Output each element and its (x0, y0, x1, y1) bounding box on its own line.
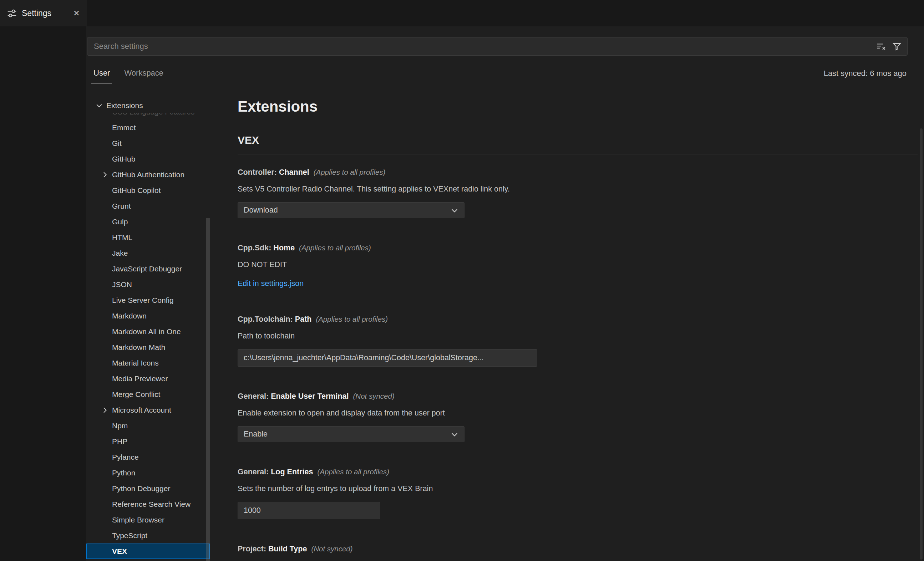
toc-item-label: TypeScript (112, 531, 147, 540)
toc-item-git[interactable]: Git (86, 135, 210, 151)
setting-category: Cpp.Sdk: (238, 244, 271, 252)
toc-item-label: HTML (112, 233, 132, 242)
toc-item-label: Grunt (112, 202, 131, 210)
toc-item-label: Material Icons (112, 359, 159, 368)
filter-icon[interactable] (892, 42, 902, 51)
tab-user[interactable]: User (92, 63, 112, 84)
toc-root-label: Extensions (106, 101, 143, 110)
toc-item-label: Emmet (112, 123, 136, 132)
setting-description: Sets V5 Controller Radio Channel. This s… (238, 183, 918, 195)
toc-item-label: GitHub (112, 155, 135, 164)
setting-dropdown[interactable]: Download (238, 202, 465, 218)
setting-build-type: Project:Build Type(Not synced) (238, 543, 918, 555)
setting-name: Path (295, 315, 312, 324)
setting-input-field[interactable] (243, 353, 532, 363)
toc-item-label: Gulp (112, 218, 128, 226)
toc-item-jake[interactable]: Jake (86, 245, 210, 261)
toc-item-label: Markdown (112, 312, 147, 320)
setting-title: General:Enable User Terminal(Not synced) (238, 390, 918, 402)
toc-item-python[interactable]: Python (86, 465, 210, 481)
toc-item-pylance[interactable]: Pylance (86, 449, 210, 465)
search-input[interactable] (93, 41, 876, 51)
toc-item-simple-browser[interactable]: Simple Browser (86, 512, 210, 528)
chevron-down-icon (451, 207, 458, 214)
setting-name: Channel (279, 168, 309, 177)
chevron-right-icon[interactable] (101, 171, 108, 178)
dropdown-value: Enable (244, 430, 268, 439)
setting-control: Edit in settings.json (238, 278, 918, 290)
toc-item-vex[interactable]: VEX (86, 543, 210, 559)
toc-item-microsoft-account[interactable]: Microsoft Account (86, 402, 210, 418)
editor-scrollbar-thumb[interactable] (920, 128, 922, 560)
tab-settings[interactable]: Settings ✕ (0, 0, 87, 26)
setting-text-input[interactable] (238, 502, 380, 519)
toc-scrollbar-thumb[interactable] (206, 218, 210, 561)
setting-description: Enable extension to open and display dat… (238, 407, 918, 419)
setting-category: Controller: (238, 168, 277, 177)
toc-item-label: Markdown Math (112, 343, 165, 352)
setting-category: General: (238, 468, 268, 476)
setting-scope-note: (Applies to all profiles) (318, 468, 390, 476)
setting-name: Build Type (268, 544, 307, 553)
toc-item-emmet[interactable]: Emmet (86, 120, 210, 135)
settings-list: Controller:Channel(Applies to all profil… (238, 166, 918, 555)
setting-category: General: (238, 392, 268, 400)
toc-item-label: Markdown All in One (112, 327, 181, 336)
setting-control: Download (238, 202, 918, 218)
setting-scope-note: (Not synced) (353, 392, 394, 400)
toc-item-gulp[interactable]: Gulp (86, 214, 210, 230)
toc-item-grunt[interactable]: Grunt (86, 198, 210, 214)
toc-item-media-previewer[interactable]: Media Previewer (86, 371, 210, 387)
toc-item-label: JSON (112, 280, 132, 289)
toc-item-github-authentication[interactable]: GitHub Authentication (86, 167, 210, 183)
content-top-divider (238, 126, 918, 126)
toc-item-label: Python (112, 469, 135, 477)
toc-item-merge-conflict[interactable]: Merge Conflict (86, 387, 210, 402)
toc-item-github[interactable]: GitHub (86, 151, 210, 167)
toc-item-markdown[interactable]: Markdown (86, 308, 210, 324)
setting-title: Cpp.Sdk:Home(Applies to all profiles) (238, 242, 918, 254)
tab-workspace[interactable]: Workspace (122, 63, 165, 84)
toc-item-live-server-config[interactable]: Live Server Config (86, 292, 210, 308)
toc-item-typescript[interactable]: TypeScript (86, 528, 210, 543)
toc-item-reference-search-view[interactable]: Reference Search View (86, 496, 210, 512)
setting-dropdown[interactable]: Enable (238, 426, 465, 442)
toc-item-markdown-all-in-one[interactable]: Markdown All in One (86, 324, 210, 339)
toc-item-material-icons[interactable]: Material Icons (86, 355, 210, 371)
toc-item-label: Simple Browser (112, 516, 165, 524)
setting-description: Path to toolchain (238, 330, 918, 342)
toc-item-json[interactable]: JSON (86, 277, 210, 292)
setting-log-entries: General:Log Entries(Applies to all profi… (238, 466, 918, 519)
toc-item-label: Media Previewer (112, 375, 168, 383)
setting-control: Enable (238, 426, 918, 442)
setting-name: Home (273, 244, 295, 252)
last-synced-label: Last synced: 6 mos ago (824, 69, 906, 78)
toc-item-label: Merge Conflict (112, 390, 160, 399)
chevron-right-icon[interactable] (101, 406, 108, 414)
section-divider (238, 154, 918, 154)
settings-toc: Extensions CSS Language Features EmmetGi… (86, 98, 210, 561)
chevron-down-icon[interactable] (96, 102, 103, 109)
toc-item-npm[interactable]: Npm (86, 418, 210, 434)
setting-name: Enable User Terminal (271, 392, 348, 400)
close-icon[interactable]: ✕ (73, 9, 80, 18)
setting-description: Sets the number of log entrys to upload … (238, 483, 918, 495)
setting-category: Cpp.Toolchain: (238, 315, 293, 324)
clear-search-filters-icon[interactable] (876, 42, 886, 51)
toc-item-label: Pylance (112, 453, 139, 462)
editor-tab-bar: Settings ✕ (0, 0, 924, 26)
toc-item-python-debugger[interactable]: Python Debugger (86, 481, 210, 496)
toc-item-extensions-root[interactable]: Extensions (86, 98, 210, 113)
setting-text-input[interactable] (238, 349, 537, 367)
edit-in-settings-json-link[interactable]: Edit in settings.json (238, 278, 304, 290)
setting-input-field[interactable] (243, 506, 375, 515)
toc-item-github-copilot[interactable]: GitHub Copilot (86, 183, 210, 198)
setting-enable-user-terminal: General:Enable User Terminal(Not synced)… (238, 390, 918, 442)
toc-item-html[interactable]: HTML (86, 230, 210, 245)
setting-control (238, 349, 918, 367)
setting-title: General:Log Entries(Applies to all profi… (238, 466, 918, 478)
toc-item-label: Python Debugger (112, 484, 170, 493)
toc-item-javascript-debugger[interactable]: JavaScript Debugger (86, 261, 210, 277)
toc-item-markdown-math[interactable]: Markdown Math (86, 339, 210, 355)
toc-item-php[interactable]: PHP (86, 434, 210, 449)
